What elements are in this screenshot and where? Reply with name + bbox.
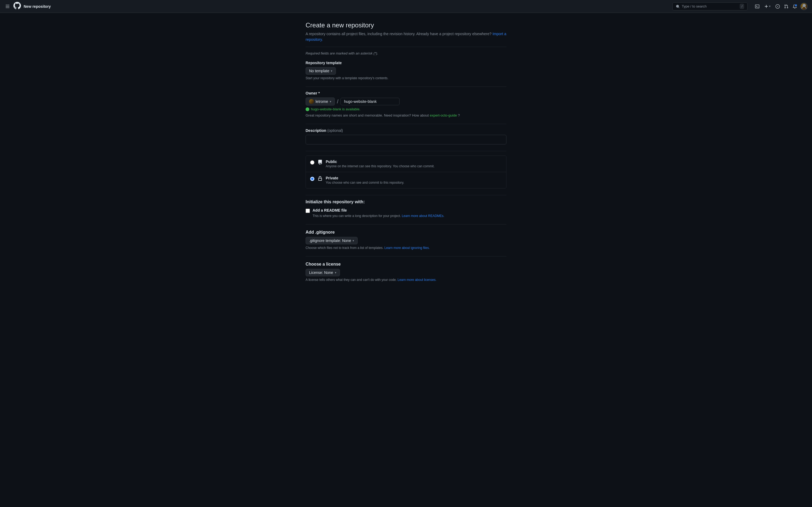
notifications-button[interactable]	[792, 3, 798, 10]
description-text: A repository contains all project files,…	[305, 32, 491, 36]
visibility-section: Public Anyone on the internet can see th…	[305, 156, 507, 188]
description-optional-text: (optional)	[327, 128, 343, 133]
owner-chevron-icon: ▾	[330, 100, 331, 103]
template-hint: Start your repository with a template re…	[305, 76, 507, 80]
gitignore-learn-more-link[interactable]: Learn more about ignoring files.	[384, 246, 429, 250]
issues-button[interactable]	[774, 3, 781, 10]
owner-dropdown-button[interactable]: letrome ▾	[305, 98, 335, 106]
template-label: Repository template	[305, 61, 507, 65]
visibility-public-radio[interactable]	[310, 160, 314, 165]
license-hint-prefix: A license tells others what they can and…	[305, 278, 397, 282]
plus-icon	[764, 4, 768, 9]
suggestion-name-link[interactable]: expert-octo-guide	[429, 113, 457, 117]
top-header: New repository Type / to search / ▾	[0, 0, 812, 13]
license-learn-more-link[interactable]: Learn more about licenses.	[398, 278, 437, 282]
private-visibility-text: Private You choose who can see and commi…	[326, 176, 404, 184]
owner-repo-row: letrome ▾ /	[305, 98, 400, 106]
public-description: Anyone on the internet can see this repo…	[326, 164, 434, 168]
header-left: New repository	[4, 2, 51, 11]
gitignore-hint: Choose which files not to track from a l…	[305, 246, 507, 250]
template-divider	[305, 87, 507, 87]
repo-name-input[interactable]	[341, 98, 400, 105]
header-search-area: Type / to search /	[673, 2, 748, 10]
gitignore-section-title: Add .gitignore	[305, 230, 507, 235]
owner-repo-divider	[305, 124, 507, 124]
gitignore-dropdown-text: .gitignore template: None	[309, 238, 351, 243]
license-dropdown-text: License: None	[309, 270, 333, 275]
check-circle-icon	[305, 107, 309, 111]
repo-name-field-group	[341, 98, 400, 105]
readme-hint-prefix: This is where you can write a long descr…	[312, 214, 401, 218]
readme-checkbox-row: Add a README file	[305, 208, 507, 213]
header-right-actions: ▾	[754, 3, 808, 10]
template-dropdown-button[interactable]: No template ▾	[305, 67, 336, 75]
public-repo-icon	[317, 160, 323, 165]
owner-avatar-mini	[309, 99, 314, 104]
description-section: Description (optional)	[305, 128, 507, 145]
availability-link[interactable]: hugo-website-blank is available.	[311, 107, 360, 111]
search-box[interactable]: Type / to search /	[673, 2, 748, 10]
pr-icon	[784, 4, 789, 9]
description-divider	[305, 151, 507, 151]
search-icon	[676, 5, 680, 8]
gitignore-hint-prefix: Choose which files not to track from a l…	[305, 246, 384, 250]
license-section: Choose a license License: None ▾ A licen…	[305, 262, 507, 282]
description-label-text: Description	[305, 128, 326, 133]
github-logo-icon[interactable]	[13, 2, 21, 11]
new-item-chevron: ▾	[769, 5, 771, 8]
visibility-private-radio[interactable]	[310, 177, 314, 181]
owner-value-text: letrome	[315, 99, 328, 104]
template-dropdown-chevron: ▾	[331, 69, 333, 73]
license-hint: A license tells others what they can and…	[305, 278, 507, 282]
license-dropdown-chevron: ▾	[335, 271, 337, 274]
readme-learn-more-link[interactable]: Learn more about READMEs.	[402, 214, 445, 218]
public-label: Public	[326, 160, 434, 164]
private-description: You choose who can see and commit to thi…	[326, 181, 404, 184]
issues-icon	[775, 4, 780, 9]
page-description-text: A repository contains all project files,…	[305, 31, 507, 43]
initialize-section: Initialize this repository with: Add a R…	[305, 200, 507, 218]
search-placeholder-text: Type / to search	[682, 4, 707, 8]
owner-label: Owner *	[305, 91, 400, 95]
description-label: Description (optional)	[305, 128, 507, 133]
readme-divider	[305, 224, 507, 225]
main-content: Create a new repository A repository con…	[301, 13, 511, 297]
terminal-icon	[755, 4, 759, 9]
license-section-title: Choose a license	[305, 262, 507, 267]
gitignore-section: Add .gitignore .gitignore template: None…	[305, 230, 507, 250]
availability-message: hugo-website-blank is available.	[305, 107, 400, 111]
slash-separator: /	[337, 99, 339, 105]
new-item-button[interactable]: ▾	[763, 3, 772, 10]
private-repo-icon	[317, 176, 323, 181]
required-fields-note: Required fields are marked with an aster…	[305, 51, 507, 55]
description-input[interactable]	[305, 135, 507, 145]
readme-label: Add a README file	[312, 208, 347, 212]
visibility-private-option[interactable]: Private You choose who can see and commi…	[306, 172, 506, 188]
user-avatar[interactable]	[800, 3, 808, 10]
terminal-button[interactable]	[754, 3, 760, 10]
suggestion-text: Great repository names are short and mem…	[305, 113, 507, 117]
owner-repo-section: Owner * letrome ▾ / hugo	[305, 91, 507, 117]
readme-hint: This is where you can write a long descr…	[312, 214, 507, 218]
initialize-section-title: Initialize this repository with:	[305, 200, 507, 204]
page-heading: Create a new repository	[305, 21, 507, 29]
visibility-options-container: Public Anyone on the internet can see th…	[305, 156, 507, 188]
gitignore-dropdown-button[interactable]: .gitignore template: None ▾	[305, 237, 358, 244]
public-visibility-text: Public Anyone on the internet can see th…	[326, 160, 434, 168]
visibility-divider	[305, 195, 507, 195]
visibility-public-option[interactable]: Public Anyone on the internet can see th…	[306, 156, 506, 172]
template-dropdown-text: No template	[309, 69, 329, 73]
header-divider	[305, 47, 507, 47]
hamburger-menu-button[interactable]	[4, 3, 11, 10]
gitignore-dropdown-chevron: ▾	[353, 239, 354, 242]
gitignore-divider	[305, 256, 507, 257]
owner-field-group: Owner * letrome ▾ / hugo	[305, 91, 400, 111]
search-kbd-hint: /	[740, 4, 744, 9]
pull-requests-button[interactable]	[783, 3, 790, 10]
license-dropdown-button[interactable]: License: None ▾	[305, 269, 340, 276]
suggestion-prefix: Great repository names are short and mem…	[305, 113, 429, 117]
template-section: Repository template No template ▾ Start …	[305, 61, 507, 80]
notifications-icon	[793, 4, 797, 9]
suggestion-suffix: ?	[458, 113, 460, 117]
readme-checkbox[interactable]	[305, 209, 310, 213]
